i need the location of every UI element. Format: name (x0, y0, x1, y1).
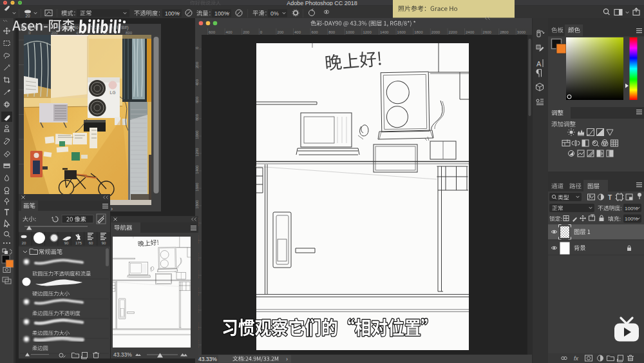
svg-text:43.33%: 43.33% (113, 351, 132, 358)
svg-text:1400: 1400 (195, 165, 199, 174)
svg-text:3000: 3000 (517, 30, 526, 34)
svg-text:1600: 1600 (195, 182, 199, 191)
svg-text:fx: fx (574, 355, 579, 362)
svg-text:1000: 1000 (346, 30, 355, 34)
svg-text:600: 600 (209, 30, 216, 34)
svg-text:100%: 100% (625, 206, 638, 211)
svg-text:200: 200 (195, 61, 199, 68)
svg-text:400: 400 (195, 79, 199, 86)
svg-text:2000: 2000 (431, 30, 440, 34)
svg-text:200: 200 (243, 30, 250, 34)
svg-text:60: 60 (89, 241, 93, 245)
svg-text:175: 175 (75, 241, 82, 245)
svg-text:1200: 1200 (195, 148, 199, 157)
svg-text:100%: 100% (165, 10, 180, 17)
svg-text:800: 800 (126, 31, 133, 35)
svg-text:LG: LG (109, 90, 115, 95)
svg-text:100%: 100% (214, 10, 229, 17)
svg-text:1800: 1800 (414, 30, 423, 34)
svg-text:800: 800 (328, 30, 336, 34)
svg-text:200: 200 (277, 30, 284, 34)
svg-text:90: 90 (64, 241, 69, 245)
svg-text:1200: 1200 (363, 30, 372, 34)
svg-text:600: 600 (195, 96, 199, 103)
svg-text:100%: 100% (625, 216, 638, 222)
svg-text:T: T (608, 194, 612, 201)
svg-text:20: 20 (22, 241, 26, 245)
svg-text:›: › (111, 206, 113, 212)
svg-text:›: › (286, 356, 288, 362)
svg-text:2800: 2800 (500, 30, 509, 34)
svg-text:400: 400 (226, 30, 233, 34)
svg-text:A: A (536, 60, 542, 68)
svg-text:400: 400 (294, 30, 301, 34)
svg-text:1000: 1000 (195, 130, 199, 139)
svg-text:1800: 1800 (195, 200, 199, 209)
svg-text:Adobe Photoshop CC 2018: Adobe Photoshop CC 2018 (287, 0, 357, 6)
svg-text:0%: 0% (270, 10, 279, 17)
svg-text:43.33%: 43.33% (198, 356, 217, 362)
svg-text:90: 90 (102, 241, 106, 245)
svg-text:2600: 2600 (483, 30, 492, 34)
svg-text:1600: 1600 (397, 30, 406, 34)
svg-text:2400: 2400 (466, 30, 475, 34)
svg-text:20: 20 (25, 14, 30, 18)
svg-text:800: 800 (195, 113, 199, 121)
svg-text:2200: 2200 (448, 30, 457, 34)
svg-text:600: 600 (312, 30, 319, 34)
svg-text:1400: 1400 (380, 30, 389, 34)
